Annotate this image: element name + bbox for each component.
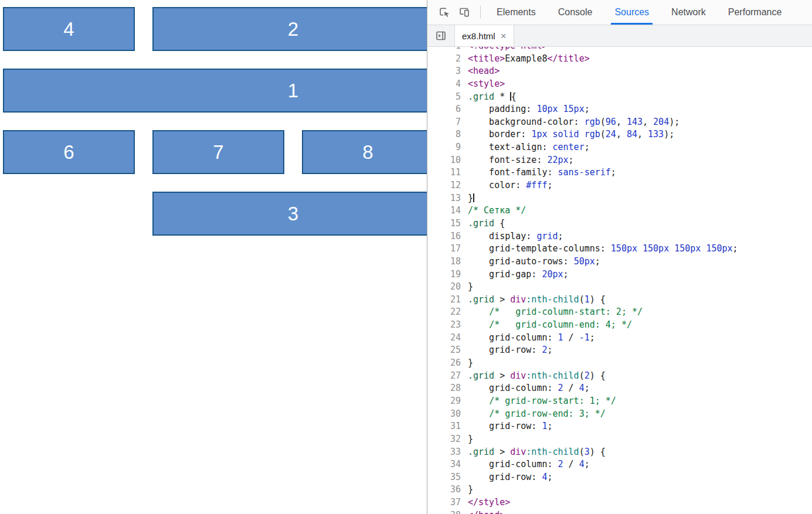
code-line[interactable]: 30 /* grid-row-end: 3; */ [427,408,812,421]
code-line[interactable]: 25 grid-row: 2; [427,344,812,357]
line-number[interactable]: 17 [427,243,461,256]
close-icon[interactable]: × [501,31,507,41]
line-number[interactable]: 8 [427,128,461,141]
code-line[interactable]: 16 display: grid; [427,230,812,243]
code-line[interactable]: 38</head> [427,509,812,514]
code-line[interactable]: 19 grid-gap: 20px; [427,268,812,281]
code-line[interactable]: 36} [427,484,812,496]
toolbar-separator [480,6,481,19]
navigator-toggle-icon[interactable] [427,25,454,46]
tab-console[interactable]: Console [555,0,596,25]
code-text: /* grid-row-start: 1; */ [461,395,616,408]
code-line[interactable]: 20} [427,281,812,294]
line-number[interactable]: 31 [427,420,461,433]
line-number[interactable]: 4 [427,78,461,91]
line-number[interactable]: 35 [427,471,461,484]
line-number[interactable]: 16 [427,230,461,243]
code-line[interactable]: 3<head> [427,65,812,78]
line-number[interactable]: 38 [427,509,461,514]
code-line[interactable]: 9 text-align: center; [427,141,812,154]
line-number[interactable]: 3 [427,65,461,78]
code-token: , [643,117,653,127]
line-number[interactable]: 18 [427,256,461,268]
line-number[interactable]: 10 [427,154,461,167]
line-number[interactable]: 19 [427,268,461,281]
line-number[interactable]: 22 [427,306,461,319]
code-line[interactable]: 6 padding: 10px 15px; [427,103,812,116]
code-token: 2 [585,370,590,381]
line-number[interactable]: 1 [427,47,461,53]
code-line[interactable]: 28 grid-column: 2 / 4; [427,382,812,395]
line-number[interactable]: 5 [427,91,461,104]
code-line[interactable]: 5.grid * { [427,91,812,104]
code-line[interactable]: 13} [427,192,812,205]
tab-sources[interactable]: Sources [611,0,653,25]
tab-network[interactable]: Network [668,0,709,25]
code-line[interactable]: 35 grid-row: 4; [427,471,812,484]
line-number[interactable]: 26 [427,357,461,370]
line-number[interactable]: 32 [427,433,461,446]
line-number[interactable]: 37 [427,496,461,509]
code-token: ; [611,167,616,178]
line-number[interactable]: 29 [427,395,461,408]
file-tab-ex8[interactable]: ex8.html × [454,25,514,46]
code-line[interactable]: 22 /* grid-column-start: 2; */ [427,306,812,319]
code-line[interactable]: 32} [427,433,812,446]
code-line[interactable]: 31 grid-row: 1; [427,420,812,433]
device-toolbar-icon[interactable] [454,2,474,22]
code-line[interactable]: 27.grid > div:nth-child(2) { [427,370,812,383]
code-token: 22px [547,155,568,165]
code-line[interactable]: 18 grid-auto-rows: 50px; [427,256,812,268]
line-number[interactable]: 11 [427,166,461,179]
code-line[interactable]: 29 /* grid-row-start: 1; */ [427,395,812,408]
code-line[interactable]: 34 grid-column: 2 / 4; [427,458,812,471]
code-token: 1px solid rgb [531,129,600,139]
code-line[interactable]: 4<style> [427,78,812,91]
code-line[interactable]: 1<!doctype html> [427,47,812,53]
line-number[interactable]: 15 [427,217,461,230]
code-token: text-align: [468,142,553,152]
line-number[interactable]: 33 [427,446,461,459]
code-token: ( [579,447,585,457]
code-line[interactable]: 15.grid { [427,217,812,230]
code-line[interactable]: 33.grid > div:nth-child(3) { [427,446,812,459]
line-number[interactable]: 34 [427,458,461,471]
line-number[interactable]: 20 [427,281,461,294]
line-number[interactable]: 6 [427,103,461,116]
line-number[interactable]: 27 [427,370,461,383]
code-line[interactable]: 37</style> [427,496,812,509]
code-line[interactable]: 8 border: 1px solid rgb(24, 84, 133); [427,128,812,141]
grid-box-6: 6 [3,130,135,174]
code-token: 96 [606,117,616,127]
line-number[interactable]: 21 [427,294,461,307]
code-line[interactable]: 21.grid > div:nth-child(1) { [427,294,812,307]
code-line[interactable]: 24 grid-column: 1 / -1; [427,332,812,345]
code-line[interactable]: 26} [427,357,812,370]
code-token: , [616,117,627,127]
line-number[interactable]: 13 [427,192,461,205]
line-number[interactable]: 14 [427,205,461,217]
line-number[interactable]: 7 [427,116,461,129]
code-content: 1<!doctype html>2<title>Example8</title>… [427,47,812,514]
line-number[interactable]: 2 [427,53,461,66]
code-line[interactable]: 12 color: #fff; [427,179,812,192]
code-line[interactable]: 14/* Сетка */ [427,205,812,217]
tab-elements[interactable]: Elements [493,0,539,25]
line-number[interactable]: 36 [427,484,461,496]
code-line[interactable]: 2<title>Example8</title> [427,53,812,66]
inspect-element-icon[interactable] [434,2,454,22]
code-editor[interactable]: 1<!doctype html>2<title>Example8</title>… [427,47,812,514]
code-line[interactable]: 10 font-size: 22px; [427,154,812,167]
line-number[interactable]: 28 [427,382,461,395]
tab-performance[interactable]: Performance [725,0,786,25]
code-line[interactable]: 23 /* grid-column-end: 4; */ [427,319,812,332]
line-number[interactable]: 30 [427,408,461,421]
line-number[interactable]: 23 [427,319,461,332]
line-number[interactable]: 24 [427,332,461,345]
line-number[interactable]: 25 [427,344,461,357]
line-number[interactable]: 9 [427,141,461,154]
code-line[interactable]: 17 grid-template-columns: 150px 150px 15… [427,243,812,256]
line-number[interactable]: 12 [427,179,461,192]
code-line[interactable]: 7 background-color: rgb(96, 143, 204); [427,116,812,129]
code-line[interactable]: 11 font-family: sans-serif; [427,166,812,179]
